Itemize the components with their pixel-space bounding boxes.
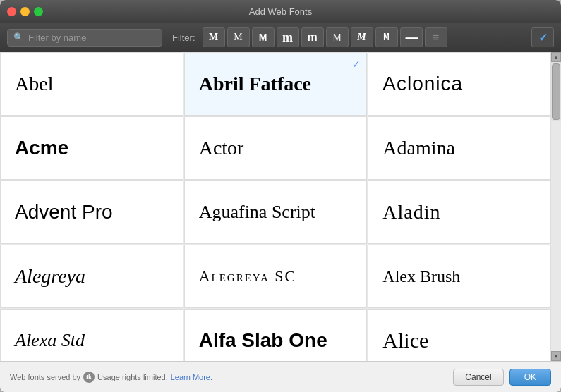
- font-cell-actor[interactable]: Actor: [184, 116, 368, 180]
- font-name-abel: Abel: [15, 73, 53, 95]
- ok-button[interactable]: OK: [509, 369, 551, 386]
- titlebar: Add Web Fonts: [0, 0, 561, 23]
- font-name-alegreya-sc: Alegreya SC: [199, 267, 297, 286]
- filter-btn-italic[interactable]: M: [351, 27, 373, 47]
- learn-more-link[interactable]: Learn More.: [171, 373, 212, 381]
- filter-btn-script[interactable]: m: [277, 27, 299, 47]
- content-area: Abel ✓ Abril Fatface Aclonica Acme Actor…: [0, 52, 561, 361]
- app-window: Add Web Fonts 🔍 Filter: M M M m m M M M …: [0, 0, 561, 392]
- font-name-alegreya: Alegreya: [15, 265, 85, 288]
- font-grid: Abel ✓ Abril Fatface Aclonica Acme Actor…: [0, 52, 551, 361]
- footer-buttons: Cancel OK: [453, 369, 551, 386]
- font-name-abril: Abril Fatface: [199, 73, 311, 95]
- font-cell-alfa[interactable]: Alfa Slab One: [184, 309, 368, 361]
- font-cell-aclonica[interactable]: Aclonica: [368, 52, 551, 116]
- font-cell-alice[interactable]: Alice: [368, 309, 551, 361]
- filter-btn-sans-bold[interactable]: M: [252, 27, 275, 47]
- typekit-icon: tk: [83, 372, 95, 383]
- scrollbar-down-button[interactable]: ▼: [551, 351, 561, 361]
- filter-btn-short[interactable]: —: [400, 27, 423, 47]
- font-cell-abril[interactable]: ✓ Abril Fatface: [184, 52, 368, 116]
- font-name-alexa: Alexa Std: [15, 330, 85, 351]
- scrollbar-up-button[interactable]: ▲: [551, 52, 561, 62]
- font-name-acme: Acme: [15, 137, 68, 159]
- minimize-button[interactable]: [20, 7, 30, 16]
- filter-button-group: M M M m m M M M — ≡: [203, 27, 447, 47]
- font-name-aclonica: Aclonica: [382, 73, 463, 95]
- window-controls: [7, 7, 43, 16]
- search-icon: 🔍: [13, 32, 24, 42]
- footer-info: Web fonts served by tk Usage rights limi…: [10, 372, 212, 383]
- font-cell-advent[interactable]: Advent Pro: [0, 180, 183, 244]
- filter-btn-lines[interactable]: ≡: [425, 27, 447, 47]
- font-name-actor: Actor: [199, 137, 244, 159]
- font-cell-abel[interactable]: Abel: [0, 52, 183, 116]
- font-cell-alegreya-sc[interactable]: Alegreya SC: [184, 245, 368, 308]
- font-name-aguafina: Aguafina Script: [199, 202, 315, 223]
- font-cell-alex[interactable]: Alex Brush: [368, 245, 551, 308]
- search-input[interactable]: [28, 32, 156, 43]
- filter-btn-sans[interactable]: M: [326, 27, 349, 47]
- toolbar: 🔍 Filter: M M M m m M M M — ≡ ✓: [0, 23, 561, 52]
- filter-btn-serif[interactable]: M: [227, 27, 250, 47]
- font-name-adamina: Adamina: [382, 137, 455, 159]
- search-container: 🔍: [7, 29, 162, 47]
- font-name-alex: Alex Brush: [382, 267, 460, 286]
- cancel-button[interactable]: Cancel: [453, 369, 503, 386]
- font-name-advent: Advent Pro: [15, 201, 113, 223]
- filter-btn-serif-bold[interactable]: M: [203, 27, 225, 47]
- confirm-button[interactable]: ✓: [531, 27, 554, 47]
- scrollbar-track-middle: [551, 121, 561, 351]
- font-name-alfa: Alfa Slab One: [199, 329, 327, 352]
- font-cell-aladin[interactable]: Aladin: [368, 180, 551, 244]
- font-name-aladin: Aladin: [382, 201, 440, 223]
- font-name-alice: Alice: [382, 329, 428, 353]
- footer: Web fonts served by tk Usage rights limi…: [0, 361, 561, 392]
- maximize-button[interactable]: [34, 7, 43, 16]
- filter-btn-blackletter[interactable]: m: [301, 27, 324, 47]
- footer-usage-text: Usage rights limited.: [97, 373, 168, 381]
- footer-served-text: Web fonts served by: [10, 373, 80, 381]
- scrollbar: ▲ ▼: [551, 52, 561, 361]
- font-cell-aguafina[interactable]: Aguafina Script: [184, 180, 368, 244]
- font-cell-alexa[interactable]: Alexa Std: [0, 309, 183, 361]
- font-cell-acme[interactable]: Acme: [0, 116, 183, 180]
- font-cell-adamina[interactable]: Adamina: [368, 116, 551, 180]
- window-title: Add Web Fonts: [249, 6, 312, 17]
- filter-btn-mono[interactable]: M: [375, 27, 398, 47]
- close-button[interactable]: [7, 7, 16, 16]
- selected-checkmark: ✓: [352, 59, 361, 70]
- filter-label: Filter:: [172, 32, 195, 43]
- font-cell-alegreya[interactable]: Alegreya: [0, 245, 183, 308]
- scrollbar-thumb[interactable]: [552, 63, 560, 120]
